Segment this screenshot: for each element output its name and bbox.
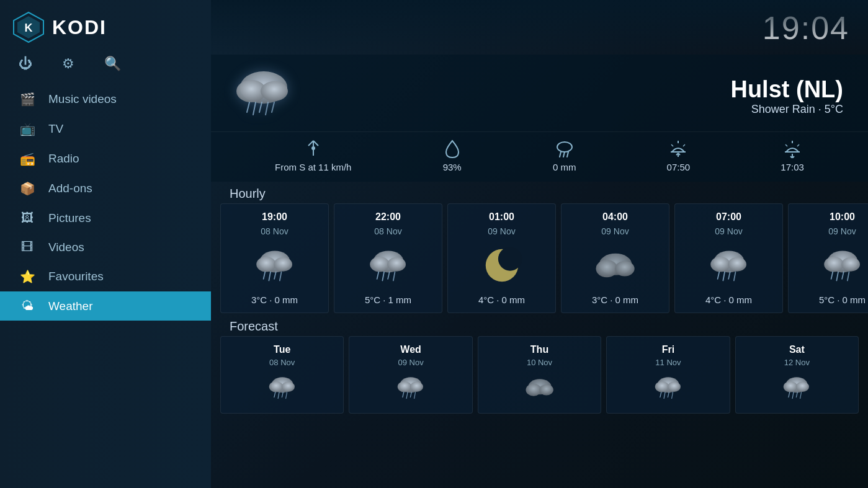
forecast-weather-icon	[267, 372, 298, 403]
svg-point-61	[841, 257, 860, 272]
svg-line-76	[403, 393, 404, 397]
svg-line-58	[733, 272, 735, 281]
card-date: 09 Nov	[601, 226, 629, 236]
svg-point-81	[526, 384, 541, 396]
card-weather-icon	[480, 244, 524, 287]
svg-line-36	[263, 272, 265, 279]
clock: 19:04	[763, 9, 849, 47]
svg-point-91	[784, 381, 798, 393]
sidebar-item-pictures[interactable]: 🖼 Pictures	[0, 203, 211, 233]
sunrise-icon	[668, 138, 688, 158]
sidebar-item-label: TV	[48, 122, 63, 136]
sidebar-item-label: Music videos	[48, 92, 117, 106]
sidebar-item-weather[interactable]: 🌤 Weather	[0, 291, 211, 321]
svg-point-85	[668, 382, 681, 392]
card-date: 09 Nov	[488, 226, 515, 236]
sidebar: K KODI ⏻ ⚙ 🔍 🎬 Music videos 📺 TV 📻 Radio…	[0, 0, 211, 488]
sidebar-item-tv[interactable]: 📺 TV	[0, 114, 211, 144]
svg-line-69	[274, 393, 275, 397]
kodi-logo-icon: K	[12, 11, 45, 43]
card-time: 22:00	[375, 211, 401, 223]
svg-line-12	[313, 141, 318, 146]
card-time: 07:00	[716, 211, 741, 223]
card-weather-icon	[821, 244, 864, 287]
svg-line-8	[259, 102, 262, 112]
card-date: 09 Nov	[828, 226, 856, 236]
svg-point-74	[398, 381, 412, 393]
card-date: 08 Nov	[261, 226, 288, 236]
forecast-day: Fri	[662, 344, 674, 355]
hourly-card: 04:00 09 Nov 3°C · 0 mm	[561, 203, 669, 313]
svg-line-9	[266, 102, 268, 115]
svg-line-45	[388, 272, 390, 279]
videos-icon: 🎞	[19, 240, 36, 254]
svg-point-48	[498, 247, 522, 271]
svg-line-88	[668, 393, 669, 397]
svg-point-60	[824, 257, 844, 272]
hourly-cards: 19:00 08 Nov 3°C · 0 mm 22:00 08 Nov	[211, 203, 868, 313]
svg-point-75	[410, 382, 423, 392]
forecast-card: Fri 11 Nov	[606, 336, 730, 414]
weather-icon: 🌤	[19, 299, 36, 313]
card-date: 09 Nov	[715, 226, 742, 236]
forecast-card: Tue 08 Nov	[220, 336, 344, 414]
sidebar-item-label: Videos	[48, 241, 84, 254]
svg-point-53	[710, 257, 730, 272]
card-time: 01:00	[489, 211, 514, 223]
power-icon[interactable]: ⏻	[19, 56, 32, 72]
sidebar-item-videos[interactable]: 🎞 Videos	[0, 233, 211, 262]
svg-line-72	[285, 393, 287, 399]
forecast-section-header: Forecast	[211, 313, 868, 336]
svg-point-35	[274, 257, 292, 272]
svg-line-28	[785, 144, 787, 146]
svg-line-93	[789, 393, 790, 397]
settings-icon[interactable]: ⚙	[62, 56, 74, 72]
card-weather-icon	[707, 244, 751, 287]
svg-line-37	[269, 272, 271, 281]
sidebar-item-music-videos[interactable]: 🎬 Music videos	[0, 84, 211, 114]
svg-line-55	[717, 272, 719, 279]
current-weather-icon	[230, 64, 298, 128]
forecast-day: Sat	[789, 344, 805, 355]
svg-line-6	[247, 102, 249, 112]
forecast-cards: Tue 08 Nov Wed 09 Nov	[211, 336, 868, 414]
forecast-card: Thu 10 Nov	[478, 336, 601, 414]
humidity-value: 93%	[443, 162, 462, 172]
svg-line-79	[414, 393, 416, 399]
sidebar-item-favourites[interactable]: ⭐ Favourites	[0, 262, 211, 291]
svg-point-42	[387, 257, 406, 272]
svg-line-86	[660, 393, 661, 397]
sidebar-item-add-ons[interactable]: 📦 Add-ons	[0, 174, 211, 203]
svg-point-67	[269, 381, 283, 393]
app-title: KODI	[52, 16, 107, 39]
favourites-icon: ⭐	[19, 269, 36, 284]
humidity-stat: 93%	[442, 138, 462, 172]
svg-line-65	[847, 272, 849, 281]
pictures-icon: 🖼	[19, 211, 36, 225]
sunset-stat: 17:03	[781, 138, 804, 172]
svg-point-5	[261, 81, 288, 101]
forecast-day: Thu	[530, 344, 548, 355]
city-info: Hulst (NL) Shower Rain · 5°C	[730, 76, 849, 116]
search-icon[interactable]: 🔍	[104, 56, 121, 72]
cloud-rain-svg	[230, 64, 298, 120]
forecast-date: 10 Nov	[527, 358, 552, 367]
sidebar-item-radio[interactable]: 📻 Radio	[0, 144, 211, 174]
nav-menu: 🎬 Music videos 📺 TV 📻 Radio 📦 Add-ons 🖼 …	[0, 84, 211, 488]
sidebar-item-label: Weather	[48, 299, 92, 313]
card-time: 04:00	[602, 211, 628, 223]
svg-line-38	[274, 272, 276, 279]
rain-stat: 0 mm	[553, 138, 576, 172]
svg-line-87	[664, 393, 665, 399]
music-videos-icon: 🎬	[19, 92, 36, 107]
svg-line-44	[382, 272, 384, 281]
svg-line-96	[800, 393, 802, 399]
svg-line-39	[279, 272, 281, 281]
forecast-label: Forecast	[230, 319, 278, 333]
radio-icon: 📻	[19, 151, 36, 166]
svg-point-92	[796, 382, 809, 392]
svg-line-46	[393, 272, 395, 281]
svg-point-54	[728, 257, 746, 272]
svg-line-18	[567, 152, 568, 157]
forecast-card: Wed 09 Nov	[349, 336, 472, 414]
